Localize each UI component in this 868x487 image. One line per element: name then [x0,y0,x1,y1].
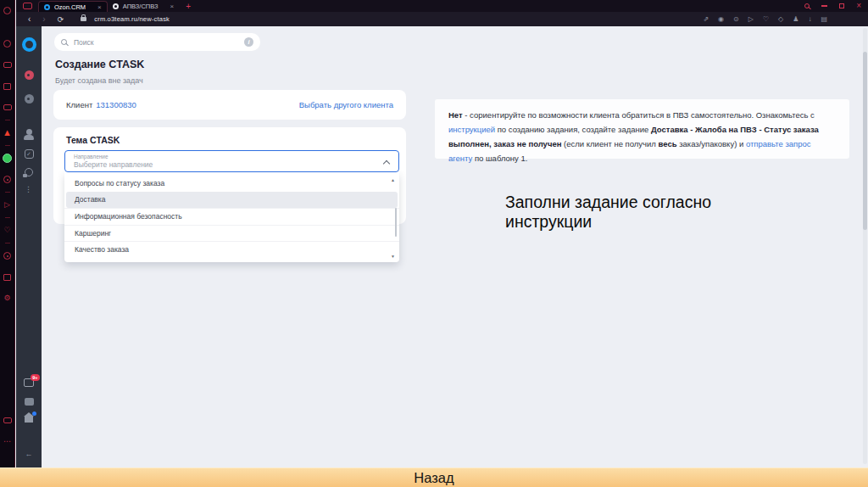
history-icon[interactable] [0,33,15,54]
favorites-icon[interactable]: ♡ [763,15,769,23]
tab-favicon [113,3,119,9]
instruction-box: Нет - сориентируйте по возможности клиен… [435,99,849,159]
heart-icon[interactable]: ♡ [0,220,15,241]
crm-sidebar: ✓ ⋮ 9+ ← [16,26,42,467]
play-icon[interactable]: ▷ [748,15,754,23]
screenshot-root: ▲ ▷ ♡ ⚙ ⋯ Ozon.CRM × АПВЗ/СПВЗ × [0,0,868,487]
page-title: Создание CTASK [55,59,144,70]
crm-page: ✓ ⋮ 9+ ← Поиск i Создание CTASK Будет со… [16,26,868,467]
scroll-up-icon[interactable]: ▲ [391,177,395,182]
support-icon[interactable] [25,168,33,176]
page-scrollbar[interactable] [863,28,867,464]
search-icon[interactable] [804,3,810,8]
record-icon[interactable] [0,169,15,190]
downloads-icon[interactable]: ↓ [808,15,811,23]
change-client-link[interactable]: Выбрать другого клиента [299,100,393,109]
reload-button[interactable]: ⟳ [58,15,64,24]
divider [5,120,10,120]
tasks-icon[interactable]: ✓ [25,149,34,159]
ozon-favicon [44,4,50,10]
share-icon[interactable]: ⇗ [703,15,709,23]
back-button-bar[interactable]: Назад [0,467,868,487]
extensions-icon[interactable]: ◇ [778,15,783,23]
chat-icon[interactable] [0,76,15,97]
close-button[interactable]: × [856,2,861,10]
dropdown-option[interactable]: Информационная безопасность [64,208,399,225]
clock-icon[interactable] [0,245,15,266]
profile-icon[interactable] [0,0,15,21]
dropdown-scrollbar[interactable] [395,208,398,237]
outer-red-rail: ▲ ▷ ♡ ⚙ ⋯ [0,0,15,467]
notification-badge: 9+ [31,374,40,381]
divider [5,145,10,146]
dropdown-option-highlighted[interactable]: Доставка [66,192,398,209]
target-icon[interactable] [25,94,34,104]
ozon-logo[interactable] [22,37,36,52]
divider [5,217,10,218]
url-field[interactable]: crm.o3team.ru/new-ctask [94,15,170,23]
restore-button[interactable] [839,3,844,8]
direction-select[interactable]: Направление Выберите направление [64,150,399,172]
clients-icon[interactable] [26,129,32,135]
instruction-text: - сориентируйте по возможности клиента о… [463,110,815,120]
client-id-link[interactable]: 131300830 [96,100,136,109]
whatsapp-icon[interactable] [0,148,15,169]
browser-toolbar: ⇗ ◉ ⊙ ▷ ♡ ◇ ♟ ↓ ▤ [703,15,868,23]
camera-icon[interactable] [23,3,32,9]
instruction-text: заказ/упаковку) и [677,139,746,148]
dropdown-option[interactable]: Каршеринг [64,225,399,242]
screenshot-icon[interactable]: ◉ [718,15,724,23]
dropdown-option[interactable]: Качество заказа [64,241,399,258]
more-icon[interactable]: ⋯ [0,431,15,452]
scroll-down-icon[interactable]: ▼ [391,254,395,259]
recorder-icon[interactable]: ⊙ [733,15,739,23]
new-tab-button[interactable]: + [186,2,191,11]
profile-icon[interactable]: ♟ [793,15,798,23]
play-icon[interactable]: ▷ [0,194,15,216]
select-placeholder: Выберите направление [74,160,390,169]
tab-title: АПВЗ/СПВЗ [123,3,159,10]
tab-ozon-crm[interactable]: Ozon.CRM × [38,1,108,12]
tab-close-icon[interactable]: × [170,3,175,10]
divider [5,192,10,193]
flame-icon[interactable]: ▲ [0,122,15,143]
lock-icon [81,17,86,21]
printer-icon[interactable] [0,54,15,76]
box-icon[interactable] [0,266,15,288]
tab-apvz-spvz[interactable]: АПВЗ/СПВЗ × [108,1,179,12]
minimize-button[interactable] [821,5,827,7]
browser-navbar: ‹ › ⟳ crm.o3team.ru/new-ctask ⇗ ◉ ⊙ ▷ ♡ … [16,12,868,26]
forward-button[interactable]: › [42,14,45,24]
instruction-text: (если клиент не получил [561,139,658,148]
back-label: Назад [414,470,453,486]
sidebar-toggle-icon[interactable]: ▤ [821,15,827,23]
panel-icon[interactable] [0,410,15,431]
tab-close-icon[interactable]: × [97,3,102,11]
client-label: Клиент [66,100,92,109]
page-subtitle: Будет создана вне задач [55,76,143,85]
orders-icon[interactable]: 9+ [24,378,34,387]
browser-titlebar: Ozon.CRM × АПВЗ/СПВЗ × + × [16,0,868,12]
tab-title: Ozon.CRM [54,3,86,11]
instruction-link[interactable]: инструкцией [448,125,495,134]
apps-icon[interactable] [0,97,15,118]
slide-annotation: Заполни задание согласно инструкции [505,193,793,232]
search-input[interactable]: Поиск i [54,33,260,51]
chat-icon[interactable] [25,398,34,406]
client-card: Клиент 131300830 Выбрать другого клиента [53,90,406,120]
dropdown-option[interactable]: Вопросы по статусу заказа [64,175,399,192]
scrollbar-thumb[interactable] [863,52,867,230]
instruction-text: по шаблону 1. [472,154,527,163]
instruction-text: по созданию задания, создайте задание [495,125,651,134]
window-controls: × [804,2,868,10]
gear-icon[interactable]: ⚙ [0,288,15,309]
back-button[interactable]: ‹ [28,14,31,24]
browser-window: Ozon.CRM × АПВЗ/СПВЗ × + × ‹ › ⟳ crm.o3t… [16,0,868,467]
record-icon[interactable] [25,70,34,80]
logout-icon[interactable]: ← [25,450,34,459]
info-icon[interactable]: i [244,37,253,47]
search-icon [61,39,67,45]
topic-title: Тема CTASK [66,135,120,145]
more-icon[interactable]: ⋮ [25,185,33,193]
home-icon[interactable] [25,417,33,423]
